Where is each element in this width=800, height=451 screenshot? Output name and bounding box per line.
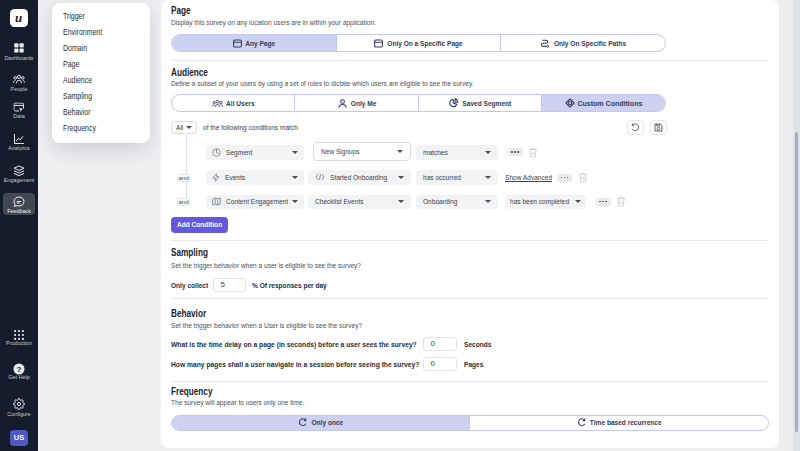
svg-text:?: ?: [17, 365, 22, 374]
